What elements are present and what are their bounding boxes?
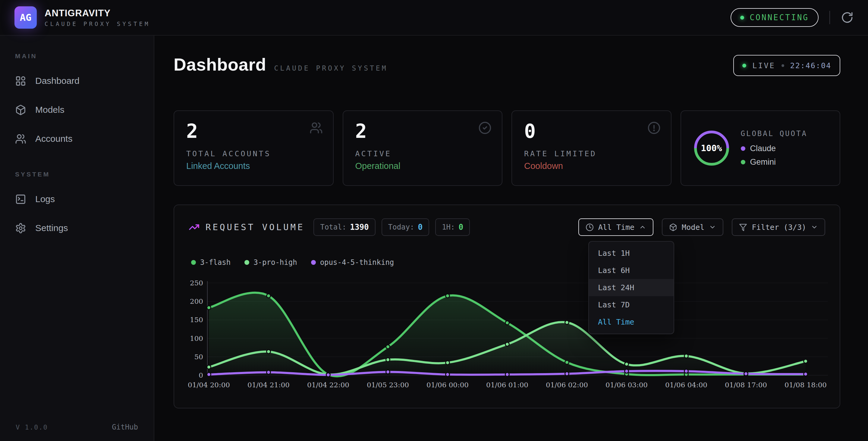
connection-status-badge: CONNECTING [731,8,818,27]
app-subtitle: CLAUDE PROXY SYSTEM [44,21,150,27]
quota-percent: 100% [693,130,730,167]
live-status-badge: LIVE 22:46:04 [733,55,840,76]
separator-dot [781,64,784,67]
box-icon [669,223,677,231]
status-dot-icon [740,16,744,20]
divider [830,11,830,24]
menu-item-all-time[interactable]: All Time [589,314,674,331]
live-clock: 22:46:04 [790,61,831,70]
clock-icon [586,223,594,231]
live-label: LIVE [752,61,775,70]
svg-text:250: 250 [190,279,203,287]
main-content: Dashboard CLAUDE PROXY SYSTEM LIVE 22:46… [154,36,868,441]
terminal-icon [15,194,26,205]
chevron-down-icon [811,224,818,231]
check-circle-icon [478,121,492,136]
svg-text:01/04 21:00: 01/04 21:00 [247,381,290,389]
trending-up-icon [189,222,199,233]
menu-item-last-6h[interactable]: Last 6H [589,262,674,279]
gear-icon [15,223,26,234]
svg-text:01/06 03:00: 01/06 03:00 [606,381,648,389]
svg-text:0: 0 [198,371,203,379]
sidebar: MAIN Dashboard Models Accounts SYSTEM [0,36,154,441]
legend-item-3-pro-high[interactable]: 3-pro-high [244,258,297,267]
sidebar-item-label: Settings [35,223,68,233]
users-icon [310,121,323,136]
sidebar-item-settings[interactable]: Settings [0,213,154,242]
sidebar-item-dashboard[interactable]: Dashboard [0,66,154,95]
chevron-up-icon [639,224,646,231]
sidebar-item-models[interactable]: Models [0,95,154,124]
svg-text:01/08 18:00: 01/08 18:00 [784,381,827,389]
stat-value: 2 [186,121,321,142]
series-dot-icon [191,260,196,265]
stat-subtext: Linked Accounts [186,161,321,171]
sidebar-item-label: Accounts [35,134,72,144]
stat-label: TOTAL ACCOUNTS [186,149,321,158]
series-dot-icon [244,260,249,265]
svg-text:01/06 01:00: 01/06 01:00 [486,381,528,389]
svg-text:01/04 22:00: 01/04 22:00 [307,381,349,389]
request-volume-card: REQUEST VOLUME Total: 1390 Today: 0 1H: … [174,205,840,408]
svg-text:01/04 20:00: 01/04 20:00 [188,381,230,389]
stat-card-total-accounts: 2 TOTAL ACCOUNTS Linked Accounts [174,110,334,186]
series-dot-icon [311,260,316,265]
time-range-menu: Last 1H Last 6H Last 24H Last 7D All Tim… [588,241,674,334]
svg-text:200: 200 [190,297,203,305]
gemini-dot-icon [741,160,745,165]
github-link[interactable]: GitHub [112,423,138,431]
filter-button[interactable]: Filter (3/3) [732,218,825,236]
stat-label: ACTIVE [355,149,490,158]
stat-subtext: Operational [355,161,490,171]
svg-text:01/06 04:00: 01/06 04:00 [665,381,707,389]
svg-text:50: 50 [194,353,203,361]
cube-icon [15,105,26,116]
legend-item-opus[interactable]: opus-4-5-thinking [311,258,394,267]
menu-item-last-7d[interactable]: Last 7D [589,296,674,314]
sidebar-item-label: Logs [35,194,55,204]
quota-legend-claude: Claude [741,144,807,153]
quota-donut-chart: 100% [693,130,730,167]
stat-value: 0 [524,121,659,142]
legend-item-3-flash[interactable]: 3-flash [191,258,230,267]
global-quota-card: 100% GLOBAL QUOTA Claude Gemini [681,110,841,186]
page-subtitle: CLAUDE PROXY SYSTEM [274,64,388,72]
stat-card-rate-limited: 0 RATE LIMITED Cooldown [512,110,672,186]
quota-legend-gemini: Gemini [741,157,807,167]
grid-icon [15,76,26,87]
model-filter-button[interactable]: Model [662,218,723,236]
menu-item-last-24h[interactable]: Last 24H [589,279,674,296]
app-name: ANTIGRAVITY [44,8,150,19]
version-label: V 1.0.0 [16,423,48,431]
app-header: AG ANTIGRAVITY CLAUDE PROXY SYSTEM CONNE… [0,0,868,36]
svg-text:01/08 17:00: 01/08 17:00 [725,381,767,389]
stat-value: 2 [355,121,490,142]
svg-text:01/06 00:00: 01/06 00:00 [427,381,469,389]
sidebar-item-accounts[interactable]: Accounts [0,124,154,153]
today-requests-badge: Today: 0 [381,218,429,236]
app-logo: AG [14,6,37,29]
stat-subtext: Cooldown [524,161,659,171]
brand: AG ANTIGRAVITY CLAUDE PROXY SYSTEM [14,6,150,29]
menu-item-last-1h[interactable]: Last 1H [589,245,674,262]
live-dot-icon [742,64,746,67]
chart-legend: 3-flash 3-pro-high opus-4-5-thinking [191,258,394,267]
time-range-button[interactable]: All Time [578,218,653,236]
refresh-icon[interactable] [841,11,854,24]
stat-card-active: 2 ACTIVE Operational [343,110,503,186]
page-title: Dashboard [174,54,266,75]
claude-dot-icon [741,146,745,151]
stat-label: RATE LIMITED [524,149,659,158]
chevron-down-icon [709,224,716,231]
sidebar-item-label: Dashboard [35,76,80,86]
svg-text:01/06 02:00: 01/06 02:00 [546,381,588,389]
status-label: CONNECTING [749,13,809,22]
sidebar-item-logs[interactable]: Logs [0,185,154,213]
svg-text:150: 150 [190,316,203,324]
sidebar-item-label: Models [35,105,64,115]
hour-requests-badge: 1H: 0 [435,218,470,236]
svg-text:01/05 23:00: 01/05 23:00 [367,381,409,389]
svg-text:100: 100 [190,334,203,342]
request-volume-chart: 05010015020025001/04 20:0001/04 21:0001/… [186,279,830,394]
sidebar-section-system: SYSTEM [0,171,154,178]
